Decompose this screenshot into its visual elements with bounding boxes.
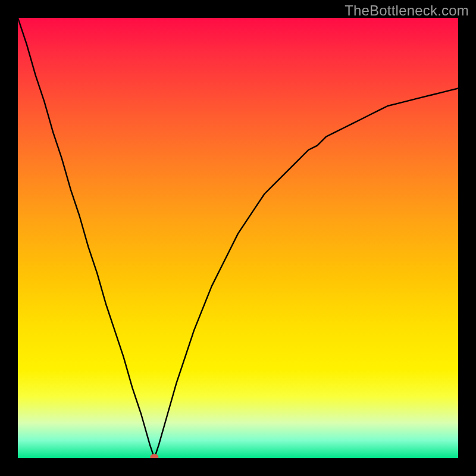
bottleneck-curve <box>18 18 458 458</box>
curve-path <box>18 18 458 458</box>
plot-area <box>18 18 458 458</box>
watermark-text: TheBottleneck.com <box>345 2 469 19</box>
chart-frame: TheBottleneck.com <box>0 0 476 476</box>
optimum-marker <box>150 454 158 458</box>
